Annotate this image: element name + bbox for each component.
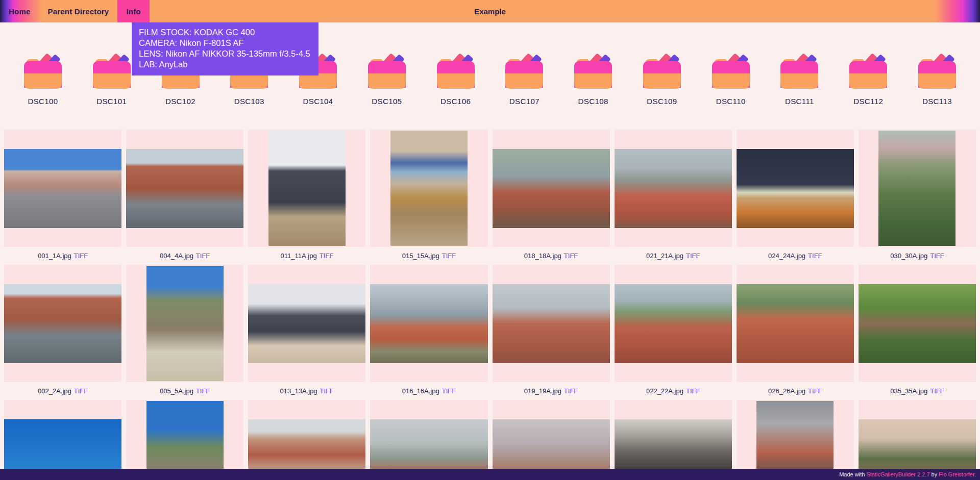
gallery-item: 011_11A.jpgTIFF (248, 130, 365, 265)
thumbnail-caption: 035_35A.jpgTIFF (859, 382, 976, 400)
tiff-link[interactable]: TIFF (808, 252, 822, 260)
file-name: 018_18A.jpg (524, 252, 561, 260)
photo-thumbnail[interactable] (4, 284, 121, 363)
folder-dsc110[interactable]: DSC110 (700, 52, 762, 106)
tiff-link[interactable]: TIFF (196, 252, 210, 260)
folder-label: DSC109 (647, 97, 677, 106)
photo-thumbnail[interactable] (146, 401, 224, 480)
folder-icon (641, 52, 683, 89)
thumbnail-cell (737, 400, 854, 480)
thumbnail-cell (248, 130, 365, 247)
folder-dsc112[interactable]: DSC112 (838, 52, 899, 106)
tooltip-line: CAMERA: Nikon F-801S AF (139, 38, 310, 48)
photo-thumbnail[interactable] (4, 149, 121, 228)
folder-dsc113[interactable]: DSC113 (906, 52, 968, 106)
photo-thumbnail[interactable] (615, 149, 732, 228)
nav-items: HomeParent DirectoryInfo (0, 0, 150, 22)
folder-dsc109[interactable]: DSC109 (631, 52, 693, 106)
file-name: 035_35A.jpg (890, 387, 927, 395)
folder-dsc111[interactable]: DSC111 (769, 52, 830, 106)
photo-thumbnail[interactable] (126, 149, 243, 228)
thumbnail-cell (126, 400, 243, 480)
gallery-item (737, 400, 854, 480)
photo-thumbnail[interactable] (268, 131, 346, 246)
tiff-link[interactable]: TIFF (74, 387, 88, 395)
thumbnail-cell (493, 400, 610, 480)
tiff-link[interactable]: TIFF (686, 387, 700, 395)
tiff-link[interactable]: TIFF (442, 252, 456, 260)
thumbnail-cell (248, 400, 365, 480)
thumbnail-cell (126, 265, 243, 382)
tiff-link[interactable]: TIFF (320, 387, 334, 395)
tiff-link[interactable]: TIFF (930, 387, 944, 395)
photo-thumbnail[interactable] (737, 284, 854, 363)
file-name: 026_26A.jpg (768, 387, 805, 395)
tiff-link[interactable]: TIFF (320, 252, 333, 260)
folder-dsc107[interactable]: DSC107 (494, 52, 555, 106)
footer-author-link[interactable]: Flo Greistorfer. (939, 471, 976, 477)
thumbnail-cell (4, 265, 121, 382)
photo-thumbnail[interactable] (493, 284, 610, 363)
file-name: 002_2A.jpg (38, 387, 71, 395)
file-name: 022_22A.jpg (646, 387, 683, 395)
folder-label: DSC110 (716, 97, 746, 106)
nav-item-info[interactable]: Info (117, 0, 149, 22)
gallery-item: 022_22A.jpgTIFF (615, 265, 732, 400)
tiff-link[interactable]: TIFF (564, 387, 578, 395)
photo-thumbnail[interactable] (737, 149, 854, 228)
file-name: 004_4A.jpg (160, 252, 193, 260)
nav-item-home[interactable]: Home (0, 0, 39, 22)
tiff-link[interactable]: TIFF (74, 252, 88, 260)
thumbnail-cell (493, 265, 610, 382)
tiff-link[interactable]: TIFF (442, 387, 456, 395)
file-name: 011_11A.jpg (281, 252, 317, 260)
photo-thumbnail[interactable] (248, 284, 365, 363)
thumbnail-cell (370, 130, 487, 247)
thumbnail-caption: 004_4A.jpgTIFF (126, 247, 243, 265)
thumbnail-caption: 013_13A.jpgTIFF (248, 382, 365, 400)
photo-thumbnail[interactable] (859, 284, 976, 363)
photo-thumbnail[interactable] (615, 284, 732, 363)
gallery-item (615, 400, 732, 480)
tiff-link[interactable]: TIFF (196, 387, 210, 395)
photo-thumbnail[interactable] (370, 284, 487, 363)
photo-thumbnail[interactable] (390, 131, 468, 246)
gallery-item: 021_21A.jpgTIFF (615, 130, 732, 265)
tiff-link[interactable]: TIFF (930, 252, 944, 260)
folder-dsc106[interactable]: DSC106 (425, 52, 486, 106)
folder-dsc108[interactable]: DSC108 (562, 52, 624, 106)
folder-label: DSC107 (509, 97, 540, 106)
thumbnail-cell (859, 400, 976, 480)
gallery-item: 026_26A.jpgTIFF (737, 265, 854, 400)
thumbnail-caption: 011_11A.jpgTIFF (248, 247, 365, 265)
file-name: 024_24A.jpg (768, 252, 805, 260)
gallery-item: 030_30A.jpgTIFF (859, 130, 976, 265)
gallery-item: 018_18A.jpgTIFF (493, 130, 610, 265)
tooltip-line: LAB: AnyLab (139, 59, 310, 70)
nav-item-parent-directory[interactable]: Parent Directory (39, 0, 117, 22)
gallery-item: 004_4A.jpgTIFF (126, 130, 243, 265)
folder-dsc105[interactable]: DSC105 (356, 52, 418, 106)
file-name: 016_16A.jpg (402, 387, 439, 395)
thumbnail-caption: 005_5A.jpgTIFF (126, 382, 243, 400)
gallery-item: 016_16A.jpgTIFF (370, 265, 487, 400)
gallery-item: 013_13A.jpgTIFF (248, 265, 365, 400)
folder-label: DSC113 (922, 97, 952, 106)
thumbnail-caption: 030_30A.jpgTIFF (859, 247, 976, 265)
tiff-link[interactable]: TIFF (808, 387, 822, 395)
tiff-link[interactable]: TIFF (564, 252, 578, 260)
photo-thumbnail[interactable] (756, 401, 834, 480)
gallery-item (248, 400, 365, 480)
photo-thumbnail[interactable] (878, 131, 955, 246)
photo-thumbnail[interactable] (493, 149, 610, 228)
thumbnail-cell (615, 265, 732, 382)
footer-builder-link[interactable]: StaticGalleryBuilder 2.2.7 (866, 471, 929, 477)
photo-thumbnail[interactable] (146, 266, 224, 381)
tiff-link[interactable]: TIFF (686, 252, 700, 260)
file-name: 001_1A.jpg (38, 252, 71, 260)
thumbnail-caption: 015_15A.jpgTIFF (370, 247, 487, 265)
folder-dsc100[interactable]: DSC100 (12, 52, 74, 106)
folder-label: DSC100 (28, 97, 58, 106)
gallery-item: 035_35A.jpgTIFF (859, 265, 976, 400)
thumbnail-cell (737, 265, 854, 382)
